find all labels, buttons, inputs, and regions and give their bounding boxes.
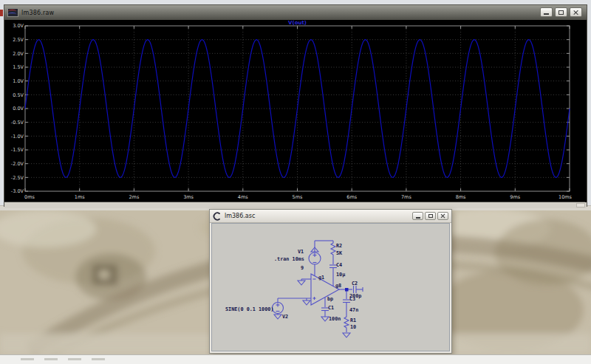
schematic-drawing: .tran 10ms V1 9 R2 5K C4 10µ g1 g8 bp C2… (212, 224, 451, 352)
c4-value[interactable]: 10µ (336, 272, 345, 278)
schematic-titlebar[interactable]: lm386.asc (210, 210, 451, 223)
svg-text:-1.5V: -1.5V (11, 147, 24, 153)
r2-value[interactable]: 5K (336, 250, 343, 256)
svg-text:0ms: 0ms (24, 194, 35, 200)
svg-text:6ms: 6ms (346, 194, 357, 200)
ltspice-app: lm386.raw 3.0V2.5V2.0V1.5V1.0V0.5V0.0V-0… (0, 0, 591, 364)
svg-text:0.0V: 0.0V (13, 106, 24, 111)
app-icon-partial (0, 10, 3, 16)
c4-name[interactable]: C4 (336, 262, 342, 268)
svg-text:1ms: 1ms (75, 194, 85, 200)
c1-value[interactable]: 100n (329, 316, 341, 322)
svg-text:2.0V: 2.0V (13, 51, 24, 57)
pin-g8: g8 (335, 283, 341, 289)
maximize-icon (428, 214, 433, 218)
c2-name[interactable]: C2 (352, 281, 358, 286)
minimize-icon (416, 217, 420, 219)
svg-text:V(out): V(out) (288, 20, 307, 26)
waveform-plot[interactable]: 3.0V2.5V2.0V1.5V1.0V0.5V0.0V-0.5V-1.0V-1… (4, 20, 585, 202)
waveform-window-icon (7, 8, 18, 17)
pin-bp: bp (327, 296, 333, 302)
c1-name[interactable]: C1 (328, 305, 334, 311)
schematic-maximize-button[interactable] (425, 212, 436, 220)
pin-g1: g1 (318, 275, 324, 281)
svg-text:3.0V: 3.0V (13, 23, 24, 29)
svg-text:4ms: 4ms (238, 194, 248, 200)
output-node-dot (345, 288, 349, 292)
minimize-icon (544, 13, 549, 15)
svg-text:10ms: 10ms (558, 194, 573, 200)
r1-value[interactable]: 10 (350, 324, 356, 330)
resize-grip[interactable] (576, 203, 585, 207)
v1-value[interactable]: 9 (301, 265, 304, 271)
waveform-plot-pane[interactable]: 3.0V2.5V2.0V1.5V1.0V0.5V0.0V-0.5V-1.0V-1… (4, 20, 585, 202)
v2-value[interactable]: SINE(0 0.1 1000) (225, 306, 273, 312)
svg-text:1.5V: 1.5V (13, 64, 24, 70)
svg-text:-2.5V: -2.5V (11, 175, 24, 181)
schematic-window-title: lm386.asc (225, 213, 255, 219)
v2-name[interactable]: V2 (282, 314, 288, 320)
c3-name[interactable]: C3 (349, 296, 355, 302)
svg-text:0.5V: 0.5V (13, 92, 24, 98)
r2-name[interactable]: R2 (336, 243, 342, 249)
schematic-canvas[interactable]: .tran 10ms V1 9 R2 5K C4 10µ g1 g8 bp C2… (211, 223, 450, 351)
svg-text:-2.0V: -2.0V (11, 161, 24, 167)
waveform-window-bottom-frame (4, 202, 587, 208)
directive-label[interactable]: .tran 10ms (274, 256, 304, 262)
svg-text:1.0V: 1.0V (13, 78, 24, 84)
minimize-button[interactable] (540, 7, 553, 17)
close-icon (440, 213, 445, 219)
svg-text:3ms: 3ms (183, 194, 194, 200)
waveform-titlebar[interactable]: lm386.raw (4, 5, 587, 20)
svg-text:-3.0V: -3.0V (11, 188, 24, 194)
svg-text:2ms: 2ms (129, 194, 139, 200)
status-bar (0, 354, 591, 364)
svg-text:5ms: 5ms (293, 194, 303, 200)
schematic-close-button[interactable] (437, 212, 448, 220)
r1-name[interactable]: R1 (350, 317, 356, 323)
svg-text:7ms: 7ms (401, 194, 411, 200)
svg-text:-1.0V: -1.0V (11, 134, 24, 140)
ltspice-icon (213, 212, 222, 221)
waveform-window: lm386.raw 3.0V2.5V2.0V1.5V1.0V0.5V0.0V-0… (4, 4, 587, 207)
svg-text:8ms: 8ms (456, 194, 466, 200)
svg-text:9ms: 9ms (510, 194, 520, 200)
schematic-window: lm386.asc (209, 209, 452, 354)
schematic-minimize-button[interactable] (412, 212, 423, 220)
c3-value[interactable]: 47n (349, 307, 358, 313)
restore-button[interactable] (555, 7, 567, 17)
restore-icon (558, 10, 564, 15)
v1-name[interactable]: V1 (298, 249, 304, 255)
status-bar-marks (21, 358, 105, 360)
waveform-window-title: lm386.raw (21, 10, 54, 16)
close-icon (573, 10, 579, 16)
svg-text:-0.5V: -0.5V (11, 120, 24, 126)
close-button[interactable] (570, 7, 582, 17)
svg-text:2.5V: 2.5V (13, 37, 24, 43)
